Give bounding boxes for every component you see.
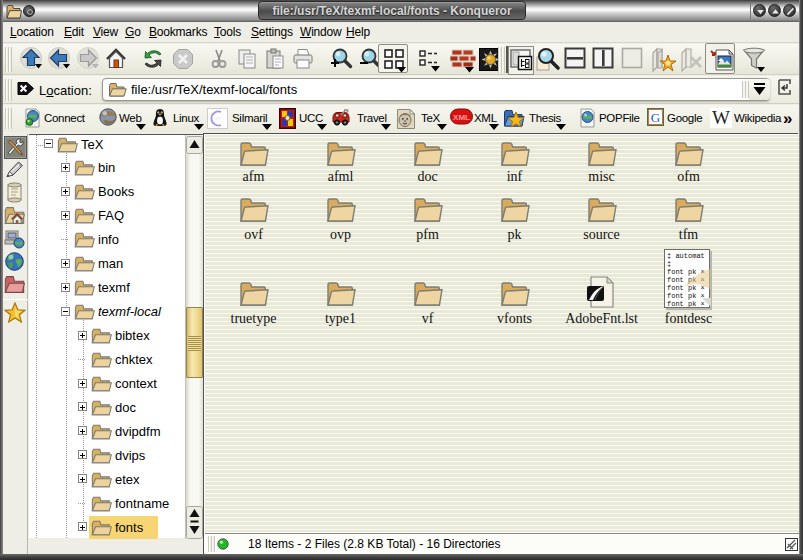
svg-text:XML: XML — [453, 113, 470, 122]
svg-text:⁖⁖: ⁖⁖ — [214, 117, 220, 122]
svg-text:G: G — [651, 110, 660, 125]
svg-text:W: W — [712, 108, 730, 128]
